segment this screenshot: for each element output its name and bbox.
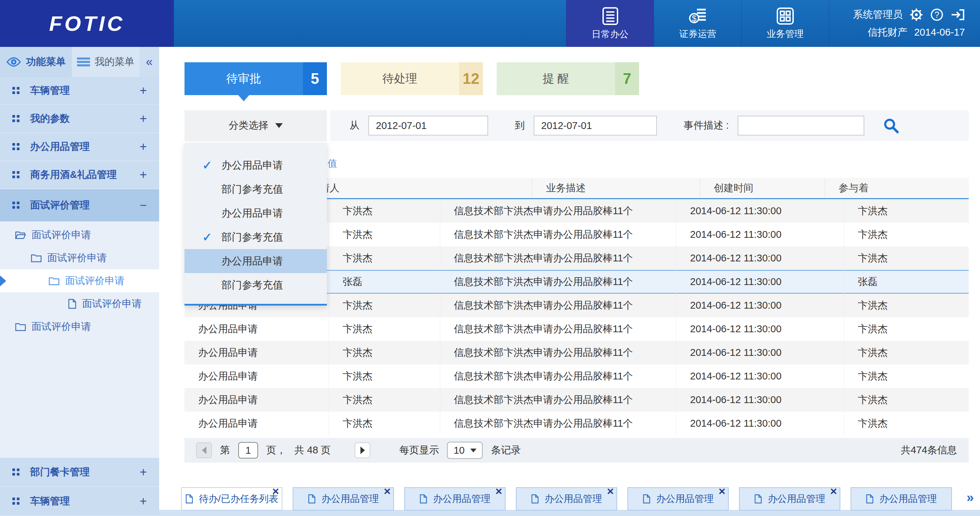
sidebar-menu-item[interactable]: 商务用酒&礼品管理 + <box>0 161 159 189</box>
sidebar-menu-item[interactable]: 部门餐卡管理 + <box>0 458 159 487</box>
task-tab[interactable]: 办公用品管理 × <box>739 487 840 511</box>
cell-created-time: 2014-06-12 11:30:00 <box>676 341 844 364</box>
cell-business-desc: 信息技术部卞洪杰申请办公用品胶棒11个 <box>440 294 676 317</box>
task-tab[interactable]: 办公用品管理 <box>851 487 952 511</box>
category-select-trigger[interactable]: 分类选择 <box>185 110 327 141</box>
close-icon[interactable]: × <box>607 485 614 497</box>
page-icon <box>308 494 316 504</box>
per-page-select[interactable]: 10 <box>447 442 483 459</box>
cell-created-time: 2014-06-12 11:30:00 <box>676 388 844 412</box>
dropdown-option[interactable]: 办公用品申请 <box>185 249 327 273</box>
main-content: 待审批 5 待处理 12 提 醒 7 分类选择 从 到 <box>159 47 980 516</box>
sidebar-menu-item[interactable]: 面试评价管理 − <box>0 189 159 221</box>
user-dept: 信托财产 <box>868 25 907 39</box>
page-icon <box>185 494 193 504</box>
task-tab[interactable]: 待办/已办任务列表 × <box>181 487 282 511</box>
folder-icon <box>31 253 42 263</box>
tree-item-label: 面试评价申请 <box>65 274 125 288</box>
cell-participant: 卞洪杰 <box>844 246 969 270</box>
search-button[interactable] <box>883 117 899 134</box>
sidebar-menu-label: 车辆管理 <box>30 84 140 97</box>
dropdown-option[interactable]: 部门参考充值 <box>185 273 327 297</box>
close-icon[interactable]: × <box>384 485 391 497</box>
tab-my-menu[interactable]: 我的菜单 <box>72 47 139 77</box>
cell-participant: 卞洪杰 <box>844 223 969 246</box>
tabs-overflow-button[interactable]: » <box>967 491 974 505</box>
total-records-info: 共474条信息 <box>901 443 957 457</box>
pagination-bar: 第 页， 共 48 页 每页显示 10 条记录 共474条信息 <box>185 438 969 463</box>
from-date-input[interactable] <box>368 116 488 135</box>
cell-applicant: 卞洪杰 <box>329 199 440 223</box>
cell-event-type: 办公用品申请 <box>185 412 329 435</box>
table-row[interactable]: 办公用品申请 卞洪杰 信息技术部卞洪杰申请办公用品胶棒11个 2014-06-1… <box>185 412 969 435</box>
tab-function-menu[interactable]: 功能菜单 <box>0 47 72 77</box>
table-row[interactable]: 办公用品申请 卞洪杰 信息技术部卞洪杰申请办公用品胶棒11个 2014-06-1… <box>185 364 969 388</box>
dropdown-option-label: 办公用品申请 <box>221 159 283 173</box>
sidebar-menu-label: 我的参数 <box>30 112 140 125</box>
status-card-count: 5 <box>303 62 327 95</box>
cell-business-desc: 信息技术部卞洪杰申请办公用品胶棒11个 <box>440 317 676 341</box>
sidebar-menu-item[interactable]: 车辆管理 + <box>0 77 159 105</box>
svg-text:?: ? <box>934 10 939 19</box>
table-row[interactable]: 办公用品申请 卞洪杰 信息技术部卞洪杰申请办公用品胶棒11个 2014-06-1… <box>185 388 969 412</box>
dropdown-option-label: 部门参考充值 <box>221 183 283 197</box>
sidebar-menu-item[interactable]: 我的参数 + <box>0 105 159 133</box>
event-desc-input[interactable] <box>738 116 864 135</box>
close-icon[interactable]: × <box>719 485 725 497</box>
table-row[interactable]: 办公用品申请 卞洪杰 信息技术部卞洪杰申请办公用品胶棒11个 2014-06-1… <box>185 317 969 341</box>
close-icon[interactable]: × <box>495 485 502 497</box>
task-tab[interactable]: 办公用品管理 × <box>627 487 729 511</box>
task-tab[interactable]: 办公用品管理 × <box>404 487 506 511</box>
header-nav-item[interactable]: $ 证券运营 <box>654 0 741 47</box>
logout-icon[interactable] <box>951 8 965 22</box>
task-tab[interactable]: 办公用品管理 × <box>293 487 394 511</box>
header-nav-item[interactable]: 日常办公 <box>566 0 654 47</box>
status-cards: 待审批 5 待处理 12 提 醒 7 <box>185 62 639 95</box>
status-card[interactable]: 待处理 12 <box>340 62 483 95</box>
sidebar-tabs: 功能菜单 我的菜单 « <box>0 47 159 77</box>
cell-participant: 卞洪杰 <box>844 341 969 364</box>
gear-icon[interactable] <box>910 8 923 22</box>
dropdown-option[interactable]: ✓ 部门参考充值 <box>185 225 327 249</box>
header-nav-item[interactable]: 业务管理 <box>741 0 829 47</box>
tree-item[interactable]: 面试评价申请 <box>0 315 159 338</box>
tree-item[interactable]: 面试评价申请 <box>0 224 159 246</box>
chevron-down-icon <box>470 449 476 452</box>
page-icon <box>531 494 539 504</box>
cell-applicant: 卞洪杰 <box>329 223 440 246</box>
sidebar-menu-item[interactable]: 车辆管理 + <box>0 487 159 516</box>
cell-participant: 张磊 <box>844 270 969 294</box>
next-page-button[interactable] <box>355 443 371 458</box>
dropdown-option-label: 部门参考充值 <box>221 230 283 245</box>
status-card[interactable]: 待审批 5 <box>185 62 327 95</box>
close-icon[interactable]: × <box>830 485 837 497</box>
tree-item-label: 面试评价申请 <box>32 228 91 242</box>
cell-participant: 卞洪杰 <box>844 199 969 223</box>
close-icon[interactable]: × <box>272 485 279 497</box>
cell-participant: 卞洪杰 <box>844 412 969 435</box>
open-tabs: 待办/已办任务列表 × 办公用品管理 × <box>181 487 952 511</box>
to-date-input[interactable] <box>534 116 657 135</box>
screen: FOTIC 日常办公 <box>0 0 980 516</box>
cell-applicant: 卞洪杰 <box>329 412 440 435</box>
prev-page-button[interactable] <box>196 443 212 458</box>
sidebar-menu-item[interactable]: 办公用品管理 + <box>0 133 159 161</box>
dropdown-option[interactable]: 办公用品申请 <box>185 201 327 225</box>
help-icon[interactable]: ? <box>930 8 944 22</box>
table-row[interactable]: 办公用品申请 卞洪杰 信息技术部卞洪杰申请办公用品胶棒11个 2014-06-1… <box>185 341 969 364</box>
page-number-input[interactable] <box>238 442 258 459</box>
sidebar-collapse-button[interactable]: « <box>139 47 159 77</box>
table-header-cell: 参与着 <box>825 178 869 198</box>
tree-item[interactable]: 面试评价申请 <box>0 246 159 269</box>
grid-dots-icon <box>12 87 15 90</box>
task-tab[interactable]: 办公用品管理 × <box>516 487 617 511</box>
tree-item[interactable]: 面试评价申请 <box>0 269 159 292</box>
dropdown-option[interactable]: ✓ 办公用品申请 <box>185 153 327 177</box>
tree-item[interactable]: 面试评价申请 <box>0 292 159 315</box>
cell-participant: 卞洪杰 <box>844 317 969 341</box>
status-card-label: 提 醒 <box>497 62 615 95</box>
status-card[interactable]: 提 醒 7 <box>497 62 639 95</box>
grid-dots-icon <box>12 497 15 500</box>
dropdown-option[interactable]: 部门参考充值 <box>185 177 327 201</box>
status-card-count: 12 <box>459 62 483 95</box>
